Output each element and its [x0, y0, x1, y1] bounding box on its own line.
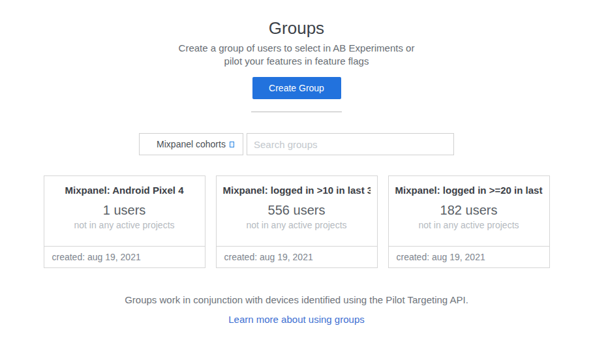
group-card[interactable]: Mixpanel: Android Pixel 4 1 users not in…	[44, 175, 205, 268]
group-card[interactable]: Mixpanel: logged in >10 in last 30 ... 5…	[216, 175, 378, 268]
learn-more-link[interactable]: Learn more about using groups	[228, 313, 364, 326]
group-cards-row: Mixpanel: Android Pixel 4 1 users not in…	[0, 175, 593, 268]
group-card-status: not in any active projects	[51, 219, 198, 231]
group-card-title: Mixpanel: Android Pixel 4	[51, 185, 198, 196]
group-card-status: not in any active projects	[395, 219, 543, 231]
search-groups-input[interactable]	[247, 133, 454, 155]
group-card-created-date: created: aug 19, 2021	[389, 246, 549, 267]
page-subtitle-line-2: pilot your features in feature flags	[0, 55, 593, 68]
group-card-body: Mixpanel: logged in >10 in last 30 ... 5…	[217, 176, 377, 246]
footer-info-text: Groups work in conjunction with devices …	[0, 294, 593, 307]
groups-page: Groups Create a group of users to select…	[0, 18, 593, 364]
group-card-created-date: created: aug 19, 2021	[217, 246, 377, 267]
dropdown-indicator-icon	[230, 142, 234, 147]
page-subtitle-line-1: Create a group of users to select in AB …	[0, 42, 593, 55]
group-card-body: Mixpanel: logged in >=20 in last 30... 1…	[389, 176, 549, 246]
group-card-status: not in any active projects	[223, 219, 371, 231]
group-card-created-date: created: aug 19, 2021	[44, 246, 205, 267]
group-card-title: Mixpanel: logged in >10 in last 30 ...	[223, 185, 371, 196]
group-card-body: Mixpanel: Android Pixel 4 1 users not in…	[44, 176, 205, 246]
group-card-title: Mixpanel: logged in >=20 in last 30...	[395, 185, 543, 196]
group-card-user-count: 1 users	[51, 202, 198, 218]
cohort-source-dropdown[interactable]: Mixpanel cohorts	[139, 133, 243, 155]
group-card[interactable]: Mixpanel: logged in >=20 in last 30... 1…	[388, 175, 550, 268]
create-group-button[interactable]: Create Group	[252, 77, 341, 99]
page-subtitle: Create a group of users to select in AB …	[0, 42, 593, 68]
page-title: Groups	[0, 18, 593, 38]
filter-controls: Mixpanel cohorts	[0, 133, 593, 155]
group-card-user-count: 182 users	[395, 202, 543, 218]
cohort-source-dropdown-value: Mixpanel cohorts	[157, 139, 226, 149]
group-card-user-count: 556 users	[223, 202, 371, 218]
header-divider	[251, 112, 342, 112]
